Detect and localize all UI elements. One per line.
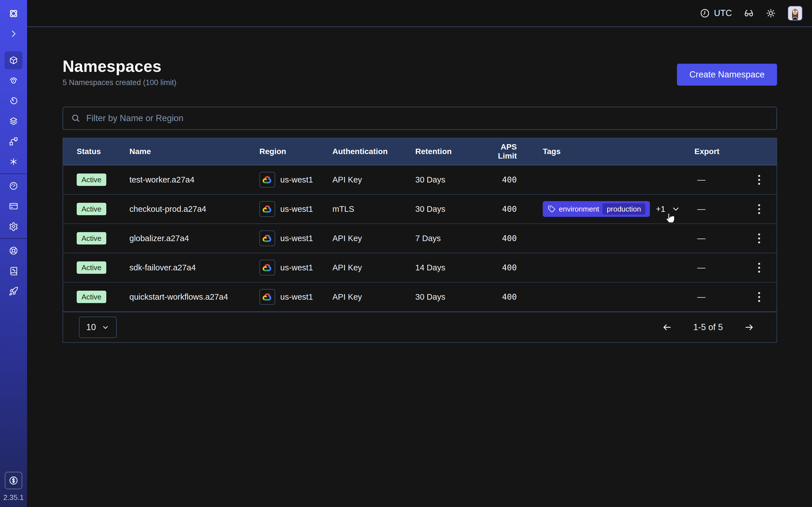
status-cell: Active — [77, 262, 130, 274]
namespace-link[interactable]: checkout-prod.a27a4 — [130, 205, 206, 214]
tag-pill: environment production — [543, 201, 650, 217]
sidebar-item-nexus[interactable] — [0, 152, 27, 172]
chevron-down-icon — [101, 323, 109, 331]
table-row: Active test-worker.a27a4 us-west1 API Ke… — [63, 165, 776, 194]
sidebar-item-usage[interactable] — [0, 176, 27, 196]
table-row: Active globalizer.a27a4 us-west1 API Key… — [63, 224, 776, 253]
row-actions-menu[interactable] — [755, 231, 763, 246]
status-cell: Active — [77, 203, 130, 215]
name-cell: test-worker.a27a4 — [130, 175, 259, 184]
sidebar-item-deployments[interactable] — [0, 111, 27, 131]
user-avatar[interactable] — [788, 6, 802, 20]
create-namespace-button[interactable]: Create Namespace — [677, 64, 777, 86]
sidebar-expand-button[interactable] — [0, 24, 27, 44]
region-label: us-west1 — [280, 234, 313, 243]
status-badge: Active — [77, 203, 106, 215]
row-actions-menu[interactable] — [755, 260, 763, 276]
column-aps-limit: APS Limit — [480, 143, 543, 161]
region-label: us-west1 — [280, 175, 313, 184]
gcp-cloud-icon — [259, 172, 275, 187]
status-badge: Active — [77, 262, 106, 274]
arrow-right-icon — [743, 323, 756, 332]
table-row: Active checkout-prod.a27a4 us-west1 mTLS… — [63, 194, 776, 224]
retention-cell: 14 Days — [415, 263, 480, 272]
aps-limit-cell: 400 — [480, 292, 543, 302]
gcp-cloud-icon — [259, 289, 275, 305]
timezone-selector[interactable]: UTC — [700, 8, 732, 18]
retention-cell: 30 Days — [415, 175, 480, 184]
column-tags: Tags — [543, 147, 695, 156]
sidebar-item-monitoring[interactable] — [0, 70, 27, 91]
export-cell: — — [695, 263, 752, 272]
filter-input[interactable] — [86, 113, 769, 123]
sidebar-item-batch-operations[interactable] — [0, 131, 27, 152]
region-label: us-west1 — [280, 205, 313, 214]
sidebar-item-schedules[interactable] — [0, 91, 27, 111]
namespace-link[interactable]: globalizer.a27a4 — [130, 234, 189, 243]
row-actions-menu[interactable] — [755, 172, 763, 187]
retention-cell: 7 Days — [415, 234, 480, 243]
row-actions-menu[interactable] — [755, 289, 763, 305]
status-badge: Active — [77, 291, 106, 303]
namespaces-table: Status Name Region Authentication Retent… — [63, 138, 777, 343]
chevron-down-icon — [672, 205, 680, 213]
table-row: Active sdk-failover.a27a4 us-west1 API K… — [63, 253, 776, 283]
export-cell: — — [695, 234, 752, 243]
row-actions-menu[interactable] — [755, 202, 763, 217]
gcp-cloud-icon — [259, 230, 275, 246]
table-row: Active quickstart-workflows.a27a4 us-wes… — [63, 283, 776, 312]
page-size-select[interactable]: 10 — [79, 317, 117, 338]
gauge-icon — [4, 177, 22, 195]
column-status: Status — [77, 147, 130, 156]
status-badge: Active — [77, 173, 106, 186]
page-head: Namespaces 5 Namespaces created (100 lim… — [63, 57, 777, 87]
tag-more-count: +1 — [656, 205, 665, 214]
tag-group[interactable]: environment production +1 — [543, 201, 695, 217]
timer-icon — [4, 92, 22, 110]
namespace-link[interactable]: quickstart-workflows.a27a4 — [130, 292, 228, 301]
sun-theme-toggle-icon[interactable] — [766, 8, 776, 18]
sidebar-item-getting-started[interactable] — [0, 281, 27, 301]
temporal-logo-icon — [4, 4, 22, 22]
temporal-logo[interactable] — [0, 3, 27, 24]
gcp-cloud-icon — [259, 260, 275, 276]
topbar: UTC — [27, 0, 812, 27]
aps-limit-cell: 400 — [480, 233, 543, 243]
sidebar-item-namespaces[interactable] — [0, 50, 27, 70]
retention-cell: 30 Days — [415, 205, 480, 214]
previous-page-button[interactable] — [659, 321, 675, 333]
next-page-button[interactable] — [742, 321, 757, 333]
sidebar-item-support[interactable] — [0, 240, 27, 261]
badge-dollar-icon — [8, 475, 18, 486]
app-root: 2.35.1 UTC — [0, 0, 812, 507]
region-label: us-west1 — [280, 292, 313, 302]
status-cell: Active — [77, 173, 130, 186]
namespace-link[interactable]: sdk-failover.a27a4 — [130, 263, 196, 272]
aps-limit-cell: 400 — [480, 175, 543, 184]
page-title-block: Namespaces 5 Namespaces created (100 lim… — [63, 57, 176, 87]
column-export: Export — [695, 147, 752, 156]
retention-cell: 30 Days — [415, 292, 480, 302]
glasses-icon[interactable] — [744, 8, 754, 18]
sidebar-item-billing[interactable] — [0, 196, 27, 216]
gear-icon — [4, 217, 22, 235]
pager: 1-5 of 5 — [659, 321, 757, 333]
table-footer: 10 1-5 of 5 — [63, 312, 776, 342]
export-cell: — — [695, 292, 752, 302]
auth-cell: API Key — [333, 292, 415, 302]
tag-key: environment — [559, 205, 599, 214]
lifebuoy-icon — [4, 242, 22, 260]
tag-value: production — [603, 203, 645, 215]
rocket-icon — [4, 282, 22, 300]
credits-badge-button[interactable] — [5, 472, 22, 489]
name-cell: quickstart-workflows.a27a4 — [130, 292, 259, 302]
sidebar-item-docs[interactable] — [0, 261, 27, 281]
region-cell: us-west1 — [259, 289, 333, 305]
status-cell: Active — [77, 291, 130, 303]
arrow-left-icon — [661, 323, 673, 332]
name-cell: checkout-prod.a27a4 — [130, 205, 259, 214]
namespace-link[interactable]: test-worker.a27a4 — [130, 175, 195, 184]
column-name: Name — [130, 147, 259, 156]
sidebar-item-settings[interactable] — [0, 216, 27, 237]
sidebar: 2.35.1 — [0, 0, 27, 507]
